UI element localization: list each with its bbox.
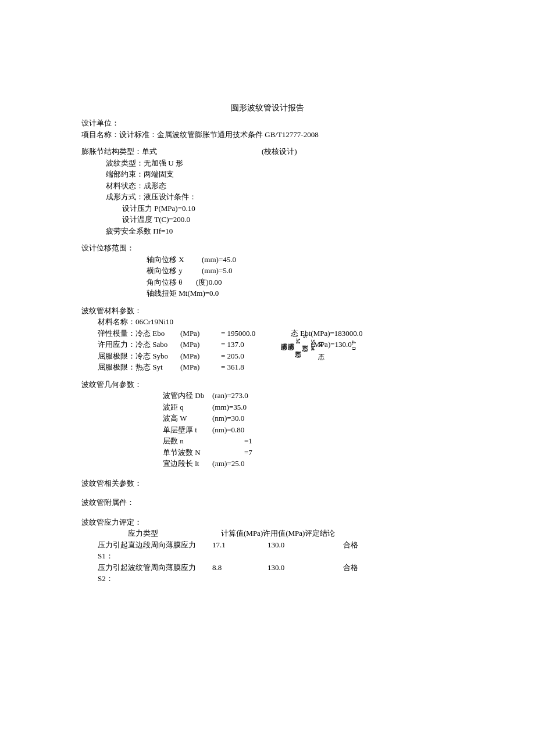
geom-lt-label: 宜边段长 lt	[163, 458, 212, 470]
syt-value: = 361.8	[221, 361, 279, 373]
stress-s1-row: 压力引起直边段周向薄膜应力 S1： 17.1 130.0 合格	[81, 539, 454, 562]
end-constraint: 端部约束：两端固支	[81, 169, 454, 180]
disp-theta-row: 角向位移 θ (度)0.00	[81, 277, 454, 288]
stress-col-rest: 计算值(MPa)许用值(MPa)评定结论	[169, 528, 335, 539]
geom-t-label: 单层壁厚 t	[163, 424, 212, 436]
disp-x-row: 轴向位移 X (mm)=45.0	[81, 254, 454, 266]
mode-note: (校核设计)	[262, 146, 297, 157]
geom-db-value: (ran)=273.0	[212, 390, 248, 402]
syt-unit: (MPa)	[180, 361, 221, 373]
sabo-value: = 137.0	[221, 339, 279, 350]
stress-header: 波纹管应力评定：	[81, 517, 454, 528]
related-header: 波纹管相关参数：	[81, 478, 454, 489]
material-header: 波纹管材料参数：	[81, 305, 454, 317]
stress-s2-allow: 130.0	[268, 562, 343, 585]
design-unit-line: 设计单位：	[81, 117, 454, 129]
geom-w-value: (nm)=30.0	[212, 413, 244, 424]
structure-type-label: 膨胀节结构类型：单式	[81, 146, 262, 157]
stress-s2-result: 合格	[343, 562, 378, 585]
disp-theta-label: 角向位移 θ	[147, 277, 196, 288]
stress-column-header: 应力类型 计算值(MPa)许用值(MPa)评定结论	[81, 528, 454, 539]
geom-nw-row: 单节波数 N =7	[163, 447, 454, 458]
stress-s2-calc: 8.8	[212, 562, 268, 585]
report-title: 圆形波纹管设计报告	[81, 102, 454, 114]
sabo-row: 许用应力：冷态 Sabo (MPa) = 137.0 (MPa)=130.0	[81, 339, 454, 350]
disp-x-value: (mm)=45.0	[202, 254, 236, 266]
geom-n-row: 层数 n =1	[163, 435, 454, 447]
sabo-unit: (MPa)	[180, 339, 221, 350]
sybo-unit: (MPa)	[180, 350, 221, 362]
geom-lt-value: (πm)=25.0	[212, 458, 244, 470]
ebo-value: = 195000.0	[221, 328, 279, 339]
forming-method: 成形方式：液压设计条件：	[81, 191, 454, 203]
geom-w-label: 波高 W	[163, 413, 212, 424]
sabo-label: 许用应力：冷态 Sabo	[81, 339, 180, 350]
disp-theta-value: (度)0.00	[196, 277, 222, 288]
geom-n-label: 层数 n	[163, 435, 212, 447]
disp-y-label: 横向位移 y	[147, 265, 202, 277]
design-pressure: 设计压力 P(MPa)=0.10	[81, 203, 454, 214]
material-state: 材料状态：成形态	[81, 180, 454, 192]
stress-s2-label: 压力引起波纹管周向薄膜应力 S2：	[81, 562, 212, 585]
attach-header: 波纹管附属件：	[81, 497, 454, 508]
disp-mt-row: 轴线扭矩 Mt(Mm)=0.0	[81, 288, 454, 299]
syt-row: 屈服极限：热态 Syt (MPa) = 361.8	[81, 361, 454, 373]
geom-q-row: 波距 q (mm)=35.0	[163, 402, 454, 413]
sybo-row: 屈服极限：冷态 Sybo (MPa) = 205.0	[81, 350, 454, 362]
design-temperature: 设计温度 T(C)=200.0	[81, 214, 454, 225]
geom-nw-value: =7	[244, 447, 252, 458]
geom-t-row: 单层壁厚 t (nm)=0.80	[163, 424, 454, 436]
stress-s1-label: 压力引起直边段周向薄膜应力 S1：	[81, 539, 212, 562]
garble-text-6: bt 态	[316, 342, 326, 348]
disp-y-row: 横向位移 y (mm)=5.0	[81, 265, 454, 277]
ebo-label: 弹性模量：冷态 Ebo	[81, 328, 180, 339]
stress-s1-allow: 130.0	[268, 539, 343, 562]
structure-type-row: 膨胀节结构类型：单式 (校核设计)	[81, 146, 454, 157]
stress-s2-row: 压力引起波纹管周向薄膜应力 S2： 8.8 130.0 合格	[81, 562, 454, 585]
sybo-value: = 205.0	[221, 350, 279, 362]
syt-label: 屈服极限：热态 Syt	[81, 361, 180, 373]
geom-t-value: (nm)=0.80	[212, 424, 244, 436]
geom-nw-label: 单节波数 N	[163, 447, 212, 458]
project-standard-line: 项目名称：设计标准：金属波纹管膨胀节通用技术条件 GB/T12777-2008	[81, 129, 454, 141]
stress-s1-result: 合格	[343, 539, 378, 562]
geom-lt-row: 宜边段长 lt (πm)=25.0	[163, 458, 454, 470]
geom-q-value: (mm)=35.0	[212, 402, 247, 413]
sybo-label: 屈服极限：冷态 Sybo	[81, 350, 180, 362]
geometry-header: 波纹管几何参数：	[81, 379, 454, 390]
disp-x-label: 轴向位移 X	[147, 254, 202, 266]
wave-type: 波纹类型：无加强 U 形	[81, 157, 454, 169]
geom-q-label: 波距 q	[163, 402, 212, 413]
geom-n-spacer	[212, 435, 244, 447]
geom-db-label: 波管内径 Db	[163, 390, 212, 402]
fatigue-factor: 疲劳安全系数 Πf=10	[81, 225, 454, 237]
geom-nw-spacer	[212, 447, 244, 458]
stress-s1-calc: 17.1	[212, 539, 268, 562]
geom-db-row: 波管内径 Db (ran)=273.0	[163, 390, 454, 402]
ebt-right: 态 Ebt(MPa)=183000.0	[279, 328, 363, 339]
geom-w-row: 波高 W (nm)=30.0	[163, 413, 454, 424]
material-name: 材料名称：06Cr19Ni10	[81, 316, 454, 328]
displacement-header: 设计位移范围：	[81, 242, 454, 254]
stress-col-type: 应力类型	[81, 528, 169, 539]
ebo-unit: (MPa)	[180, 328, 221, 339]
disp-y-value: (mm)=5.0	[202, 265, 232, 277]
geom-n-value: =1	[244, 435, 252, 447]
ebo-row: 弹性模量：冷态 Ebo (MPa) = 195000.0 态 Ebt(MPa)=…	[81, 328, 454, 339]
garble-text-7: 4. 0	[349, 341, 359, 350]
